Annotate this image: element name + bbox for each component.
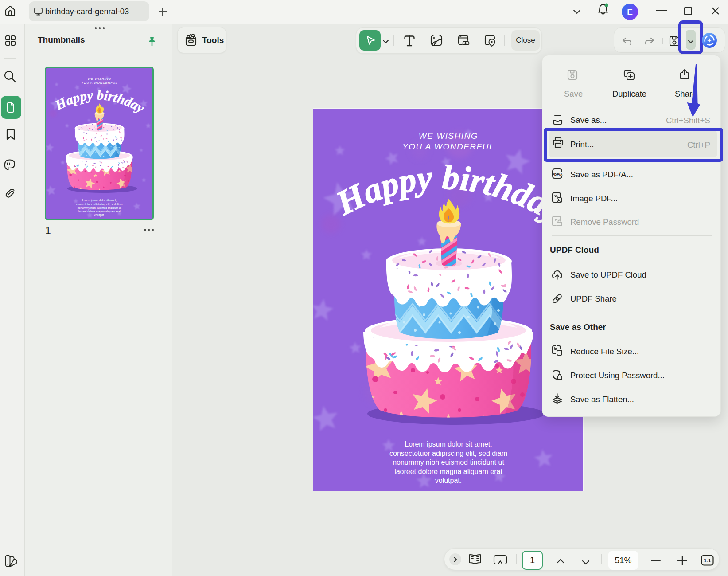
svg-text:PDF/A: PDF/A [552, 172, 563, 176]
svg-text:1:1: 1:1 [704, 558, 711, 563]
